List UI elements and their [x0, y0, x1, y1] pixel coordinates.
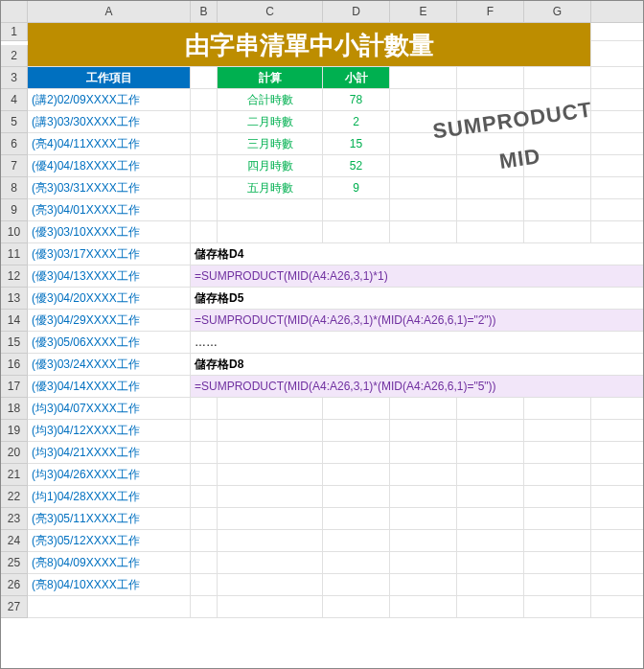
- header-calc[interactable]: 計算: [218, 67, 323, 89]
- cell[interactable]: [457, 398, 524, 420]
- cell[interactable]: [524, 574, 591, 596]
- cell[interactable]: [457, 221, 524, 243]
- calc-val[interactable]: 2: [323, 111, 390, 133]
- cell[interactable]: [323, 464, 390, 486]
- cell[interactable]: [218, 596, 323, 618]
- header-work[interactable]: 工作項目: [28, 67, 191, 89]
- cell[interactable]: [218, 574, 323, 596]
- cell[interactable]: [524, 530, 591, 552]
- cell[interactable]: [323, 508, 390, 530]
- formula-1[interactable]: =SUMPRODUCT(MID(A4:A26,3,1)*1): [191, 265, 644, 288]
- row-header-15[interactable]: 15: [1, 332, 28, 354]
- cell[interactable]: [390, 199, 457, 221]
- item-cell[interactable]: (亮3)05/12XXXX工作: [28, 530, 191, 552]
- calc-val[interactable]: 78: [323, 89, 390, 111]
- item-cell[interactable]: (講3)03/30XXXX工作: [28, 111, 191, 133]
- item-cell[interactable]: (優3)05/06XXXX工作: [28, 332, 191, 354]
- col-header-B[interactable]: B: [191, 1, 218, 23]
- cell[interactable]: [28, 596, 191, 618]
- cell[interactable]: [390, 398, 457, 420]
- cell[interactable]: [390, 420, 457, 442]
- cell[interactable]: [591, 574, 644, 596]
- cell[interactable]: [457, 530, 524, 552]
- calc-val[interactable]: 15: [323, 133, 390, 155]
- cell[interactable]: [191, 199, 218, 221]
- cell[interactable]: [591, 89, 644, 111]
- label-d4[interactable]: 儲存格D4: [191, 243, 644, 265]
- cell[interactable]: [323, 398, 390, 420]
- cell[interactable]: [218, 486, 323, 508]
- row-header-27[interactable]: 27: [1, 596, 28, 618]
- cell[interactable]: [524, 442, 591, 464]
- item-cell[interactable]: (優3)04/29XXXX工作: [28, 310, 191, 332]
- spreadsheet-grid[interactable]: A B C D E F G 1 由字串清單中小計數量 2 3 工作項目 計算 小…: [1, 1, 643, 618]
- cell[interactable]: [191, 221, 218, 243]
- cell[interactable]: [191, 177, 218, 199]
- row-header-6[interactable]: 6: [1, 133, 28, 155]
- cell[interactable]: [457, 199, 524, 221]
- calc-label[interactable]: 四月時數: [218, 155, 323, 177]
- calc-val[interactable]: 52: [323, 155, 390, 177]
- cell[interactable]: [524, 552, 591, 574]
- select-all-corner[interactable]: [1, 1, 28, 23]
- cell[interactable]: [524, 464, 591, 486]
- cell[interactable]: [323, 199, 390, 221]
- item-cell[interactable]: (亮3)04/01XXXX工作: [28, 199, 191, 221]
- row-header-7[interactable]: 7: [1, 155, 28, 177]
- cell[interactable]: [390, 442, 457, 464]
- row-header-20[interactable]: 20: [1, 442, 28, 464]
- row-header-14[interactable]: 14: [1, 310, 28, 332]
- cell[interactable]: [591, 221, 644, 243]
- cell[interactable]: [457, 67, 524, 89]
- cell[interactable]: [524, 420, 591, 442]
- col-header-G[interactable]: G: [524, 1, 591, 23]
- label-d8[interactable]: 儲存格D8: [191, 354, 644, 376]
- cell[interactable]: [191, 67, 218, 89]
- cell[interactable]: [591, 508, 644, 530]
- dots[interactable]: ……: [191, 332, 644, 354]
- cell[interactable]: [323, 574, 390, 596]
- cell[interactable]: [591, 530, 644, 552]
- cell[interactable]: [390, 508, 457, 530]
- cell[interactable]: [591, 133, 644, 155]
- cell[interactable]: [191, 89, 218, 111]
- row-header-16[interactable]: 16: [1, 354, 28, 376]
- cell[interactable]: [323, 221, 390, 243]
- cell[interactable]: [457, 177, 524, 199]
- col-header-D[interactable]: D: [323, 1, 390, 23]
- cell[interactable]: [390, 552, 457, 574]
- cell[interactable]: [591, 155, 644, 177]
- item-cell[interactable]: (亮8)04/10XXXX工作: [28, 574, 191, 596]
- row-header-24[interactable]: 24: [1, 530, 28, 552]
- calc-label[interactable]: 五月時數: [218, 177, 323, 199]
- cell[interactable]: [524, 221, 591, 243]
- cell[interactable]: [390, 574, 457, 596]
- cell[interactable]: [591, 67, 644, 89]
- col-header-F[interactable]: F: [457, 1, 524, 23]
- row-header-26[interactable]: 26: [1, 574, 28, 596]
- row-header-23[interactable]: 23: [1, 508, 28, 530]
- calc-val[interactable]: 9: [323, 177, 390, 199]
- row-header-18[interactable]: 18: [1, 398, 28, 420]
- row-header-11[interactable]: 11: [1, 243, 28, 265]
- cell[interactable]: [457, 420, 524, 442]
- formula-3[interactable]: =SUMPRODUCT(MID(A4:A26,3,1)*(MID(A4:A26,…: [191, 376, 644, 398]
- item-cell[interactable]: (優4)04/18XXXX工作: [28, 155, 191, 177]
- cell[interactable]: [591, 596, 644, 618]
- cell[interactable]: [191, 596, 218, 618]
- cell[interactable]: [218, 398, 323, 420]
- item-cell[interactable]: (亮4)04/11XXXX工作: [28, 133, 191, 155]
- item-cell[interactable]: (優3)04/20XXXX工作: [28, 288, 191, 310]
- item-cell[interactable]: (講2)02/09XXXX工作: [28, 89, 191, 111]
- cell[interactable]: [323, 442, 390, 464]
- cell[interactable]: [457, 596, 524, 618]
- cell[interactable]: [191, 574, 218, 596]
- row-header-13[interactable]: 13: [1, 288, 28, 310]
- cell[interactable]: [218, 442, 323, 464]
- cell[interactable]: [457, 552, 524, 574]
- item-cell[interactable]: (亮8)04/09XXXX工作: [28, 552, 191, 574]
- cell[interactable]: [591, 486, 644, 508]
- cell[interactable]: [390, 221, 457, 243]
- item-cell[interactable]: (優3)04/13XXXX工作: [28, 265, 191, 288]
- item-cell[interactable]: (亮3)05/11XXXX工作: [28, 508, 191, 530]
